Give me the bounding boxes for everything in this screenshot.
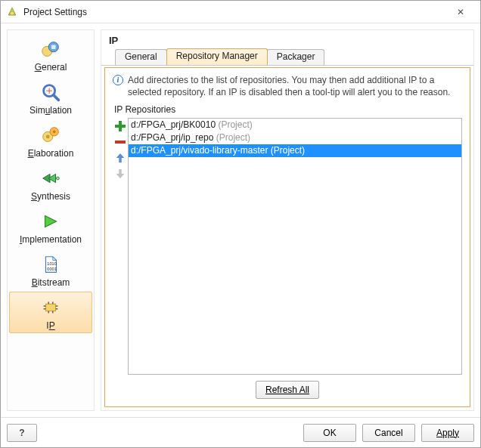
tab-packager[interactable]: Packager	[267, 49, 325, 65]
add-repo-button[interactable]	[113, 119, 127, 133]
implementation-icon	[39, 209, 63, 233]
synthesis-icon	[39, 166, 63, 190]
svg-point-14	[57, 177, 60, 180]
footer-buttons: OK Cancel Apply	[303, 424, 474, 442]
ip-repositories-label: IP Repositories	[114, 104, 462, 115]
project-settings-dialog: Project Settings ✕ General	[0, 0, 481, 448]
svg-rect-3	[51, 45, 56, 49]
sidebar-item-label: Implementation	[20, 234, 82, 245]
general-icon	[39, 37, 63, 61]
repo-path: d:/FPGA_prj/vivado-library-master	[131, 145, 268, 156]
dialog-body: General Simulation	[1, 23, 480, 417]
arrow-up-icon	[115, 153, 126, 163]
bitstream-icon: 1010 0001	[39, 252, 63, 277]
cancel-button[interactable]: Cancel	[362, 424, 415, 442]
remove-repo-button[interactable]	[113, 135, 127, 149]
repo-toolbar	[113, 118, 128, 375]
svg-marker-30	[116, 153, 125, 162]
svg-text:1010: 1010	[47, 261, 56, 266]
svg-line-5	[54, 95, 59, 100]
tab-label: Packager	[277, 51, 315, 62]
info-line: i Add directories to the list of reposit…	[113, 74, 462, 98]
sidebar-item-synthesis[interactable]: Synthesis	[9, 162, 92, 204]
sidebar-item-label: Synthesis	[31, 191, 70, 202]
app-icon	[5, 5, 19, 19]
move-down-button[interactable]	[113, 167, 127, 181]
elaboration-icon	[39, 123, 63, 147]
tab-general[interactable]: General	[115, 49, 167, 65]
category-sidebar: General Simulation	[7, 29, 95, 411]
tab-page-repository-manager: i Add directories to the list of reposit…	[104, 67, 470, 407]
sidebar-item-label: IP	[46, 320, 54, 331]
arrow-down-icon	[115, 168, 126, 179]
main-panel: IP General Repository Manager Packager i…	[101, 29, 474, 411]
info-text: Add directories to the list of repositor…	[128, 74, 462, 98]
repo-suffix: (Project)	[216, 119, 253, 130]
window-title: Project Settings	[23, 7, 445, 17]
sidebar-item-bitstream[interactable]: 1010 0001 Bitstream	[9, 249, 92, 290]
minus-icon	[114, 136, 126, 148]
tab-bar: General Repository Manager Packager	[101, 49, 473, 66]
repo-list-item[interactable]: d:/FPGA_prj/ip_repo (Project)	[129, 131, 461, 144]
svg-point-9	[46, 135, 50, 139]
svg-text:0001: 0001	[47, 267, 56, 271]
sidebar-item-implementation[interactable]: Implementation	[9, 205, 92, 247]
repo-list-item[interactable]: d:/FPGA_prj/vivado-library-master (Proje…	[129, 144, 461, 157]
tab-label: General	[125, 51, 157, 62]
sidebar-item-label: Bitstream	[32, 277, 70, 288]
move-up-button[interactable]	[113, 151, 127, 165]
apply-button[interactable]: Apply	[421, 424, 474, 442]
sidebar-item-label: General	[35, 62, 67, 73]
ok-button[interactable]: OK	[303, 424, 356, 442]
svg-rect-18	[45, 304, 55, 311]
simulation-icon	[39, 80, 63, 104]
repo-path: d:/FPGA_prj/ip_repo	[131, 132, 213, 143]
refresh-wrap: Refresh All	[113, 375, 462, 399]
svg-marker-31	[116, 169, 125, 178]
info-icon: i	[113, 75, 123, 85]
plus-icon	[114, 120, 126, 132]
sidebar-item-simulation[interactable]: Simulation	[9, 76, 92, 118]
window-close-button[interactable]: ✕	[445, 2, 476, 22]
repo-path: d:/FPGA_prj/BK0010	[131, 119, 216, 130]
button-label: Refresh All	[265, 385, 309, 395]
page-title: IP	[101, 30, 473, 49]
titlebar: Project Settings ✕	[1, 1, 480, 23]
sidebar-item-label: Simulation	[29, 105, 72, 116]
close-icon: ✕	[457, 7, 464, 17]
svg-point-11	[53, 130, 56, 133]
tab-label: Repository Manager	[176, 51, 258, 61]
svg-rect-29	[115, 141, 126, 144]
dialog-footer: ? OK Cancel Apply	[1, 417, 480, 447]
repo-list[interactable]: d:/FPGA_prj/BK0010 (Project) d:/FPGA_prj…	[128, 118, 462, 375]
help-button[interactable]: ?	[7, 424, 37, 442]
button-label: Apply	[436, 428, 459, 438]
refresh-all-button[interactable]: Refresh All	[256, 381, 319, 399]
repo-suffix: (Project)	[268, 145, 305, 156]
repo-area: d:/FPGA_prj/BK0010 (Project) d:/FPGA_prj…	[113, 118, 462, 375]
tab-repository-manager[interactable]: Repository Manager	[166, 48, 268, 65]
sidebar-item-label: Elaboration	[28, 148, 74, 159]
repo-suffix: (Project)	[213, 132, 250, 143]
svg-point-0	[11, 11, 14, 15]
sidebar-item-general[interactable]: General	[9, 33, 92, 75]
repo-list-item[interactable]: d:/FPGA_prj/BK0010 (Project)	[129, 119, 461, 131]
sidebar-item-ip[interactable]: IP	[9, 292, 92, 333]
svg-rect-28	[115, 125, 126, 128]
ip-icon	[39, 295, 63, 320]
sidebar-item-elaboration[interactable]: Elaboration	[9, 119, 92, 161]
svg-marker-15	[45, 216, 57, 227]
